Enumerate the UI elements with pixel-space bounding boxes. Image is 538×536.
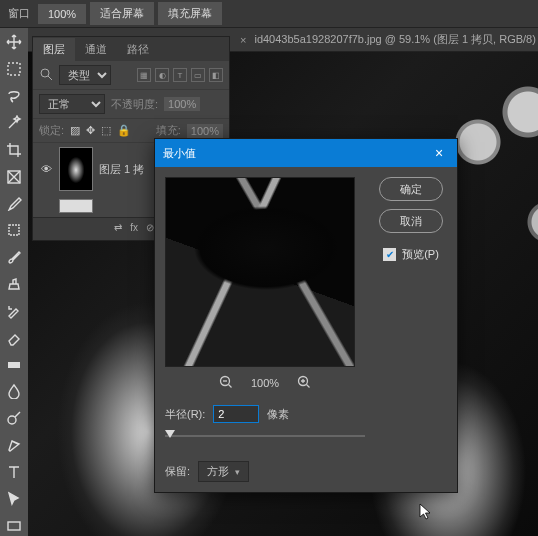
brush-tool-icon[interactable] xyxy=(3,247,25,268)
tab-paths[interactable]: 路径 xyxy=(117,38,159,61)
filter-shape-icon[interactable]: ▭ xyxy=(191,68,205,82)
opacity-label: 不透明度: xyxy=(111,97,158,112)
preserve-label: 保留: xyxy=(165,464,190,479)
preview-checkbox[interactable]: ✔ xyxy=(383,248,396,261)
path-selection-tool-icon[interactable] xyxy=(3,488,25,509)
radius-row: 半径(R): 像素 xyxy=(165,405,365,423)
filter-preview[interactable] xyxy=(165,177,355,367)
filter-pixel-icon[interactable]: ▦ xyxy=(137,68,151,82)
dodge-tool-icon[interactable] xyxy=(3,408,25,429)
fill-screen-button[interactable]: 填充屏幕 xyxy=(158,2,222,25)
lock-all-icon[interactable]: 🔒 xyxy=(117,124,131,137)
preserve-select[interactable]: 方形 ▾ xyxy=(198,461,249,482)
menu-window-partial[interactable]: 窗口 xyxy=(4,6,34,21)
ok-button[interactable]: 确定 xyxy=(379,177,443,201)
close-icon[interactable]: × xyxy=(429,145,449,161)
radius-slider[interactable] xyxy=(165,429,365,443)
layer-name[interactable]: 图层 1 拷 xyxy=(99,162,144,177)
blur-tool-icon[interactable] xyxy=(3,381,25,402)
preserve-row: 保留: 方形 ▾ xyxy=(165,461,365,482)
crop-tool-icon[interactable] xyxy=(3,139,25,160)
dialog-title: 最小值 xyxy=(163,146,429,161)
svg-rect-2 xyxy=(9,225,19,235)
rectangle-tool-icon[interactable] xyxy=(3,515,25,536)
type-tool-icon[interactable] xyxy=(3,462,25,483)
filter-adjust-icon[interactable]: ◐ xyxy=(155,68,169,82)
layer-thumbnail[interactable] xyxy=(59,147,93,191)
slider-track xyxy=(165,435,365,437)
preview-zoom-row: 100% xyxy=(165,375,365,391)
move-tool-icon[interactable] xyxy=(3,32,25,53)
fill-value[interactable]: 100% xyxy=(187,124,223,138)
close-tab-icon[interactable]: × xyxy=(240,34,246,46)
radius-unit: 像素 xyxy=(267,407,289,422)
preview-checkbox-label: 预览(P) xyxy=(402,247,439,262)
tab-channels[interactable]: 通道 xyxy=(75,38,117,61)
svg-point-6 xyxy=(41,69,49,77)
lock-position-icon[interactable]: ✥ xyxy=(86,124,95,137)
magic-wand-tool-icon[interactable] xyxy=(3,113,25,134)
fill-label: 填充: xyxy=(156,123,181,138)
opacity-value[interactable]: 100% xyxy=(164,97,200,111)
frame-tool-icon[interactable] xyxy=(3,166,25,187)
layer-filter-row: 类型 ▦ ◐ T ▭ ◧ xyxy=(33,61,229,90)
search-icon[interactable] xyxy=(39,67,53,83)
eyedropper-tool-icon[interactable] xyxy=(3,193,25,214)
fx-icon[interactable]: fx xyxy=(130,222,138,236)
gradient-tool-icon[interactable] xyxy=(3,354,25,375)
marquee-tool-icon[interactable] xyxy=(3,59,25,80)
tab-layers[interactable]: 图层 xyxy=(33,38,75,61)
document-title[interactable]: id4043b5a1928207f7b.jpg @ 59.1% (图层 1 拷贝… xyxy=(254,32,535,47)
panel-tabs: 图层 通道 路径 xyxy=(33,37,229,61)
zoom-100-button[interactable]: 100% xyxy=(38,4,86,24)
slider-knob[interactable] xyxy=(165,430,175,438)
filter-icons: ▦ ◐ T ▭ ◧ xyxy=(137,68,223,82)
svg-rect-0 xyxy=(8,63,20,75)
layer-kind-select[interactable]: 类型 xyxy=(59,65,111,85)
link-layers-icon[interactable]: ⇄ xyxy=(114,222,122,236)
filter-smart-icon[interactable]: ◧ xyxy=(209,68,223,82)
radius-input[interactable] xyxy=(213,405,259,423)
mask-icon[interactable]: ⊘ xyxy=(146,222,154,236)
blend-row: 正常 不透明度: 100% xyxy=(33,90,229,119)
preview-zoom-value: 100% xyxy=(251,377,279,389)
radius-label: 半径(R): xyxy=(165,407,205,422)
lock-pixels-icon[interactable]: ▨ xyxy=(70,124,80,137)
history-brush-tool-icon[interactable] xyxy=(3,300,25,321)
blend-mode-select[interactable]: 正常 xyxy=(39,94,105,114)
lock-label: 锁定: xyxy=(39,123,64,138)
zoom-out-icon[interactable] xyxy=(219,375,233,391)
zoom-in-icon[interactable] xyxy=(297,375,311,391)
preserve-value: 方形 xyxy=(207,464,229,479)
visibility-icon[interactable]: 👁 xyxy=(39,163,53,175)
filter-type-icon[interactable]: T xyxy=(173,68,187,82)
pen-tool-icon[interactable] xyxy=(3,435,25,456)
healing-brush-tool-icon[interactable] xyxy=(3,220,25,241)
cancel-button[interactable]: 取消 xyxy=(379,209,443,233)
tools-panel xyxy=(0,28,28,536)
lock-artboard-icon[interactable]: ⬚ xyxy=(101,124,111,137)
lasso-tool-icon[interactable] xyxy=(3,86,25,107)
chevron-down-icon: ▾ xyxy=(235,467,240,477)
svg-point-4 xyxy=(8,416,16,424)
fit-screen-button[interactable]: 适合屏幕 xyxy=(90,2,154,25)
eraser-tool-icon[interactable] xyxy=(3,327,25,348)
clone-stamp-tool-icon[interactable] xyxy=(3,274,25,295)
minimum-filter-dialog: 最小值 × 100% 半径(R): 像素 保留: 方形 xyxy=(154,138,458,493)
layer-thumbnail[interactable] xyxy=(59,199,93,213)
svg-rect-5 xyxy=(8,522,20,530)
svg-rect-3 xyxy=(8,362,20,368)
top-options-bar: 窗口 100% 适合屏幕 填充屏幕 xyxy=(0,0,538,28)
preview-checkbox-row[interactable]: ✔ 预览(P) xyxy=(383,247,439,262)
dialog-titlebar[interactable]: 最小值 × xyxy=(155,139,457,167)
